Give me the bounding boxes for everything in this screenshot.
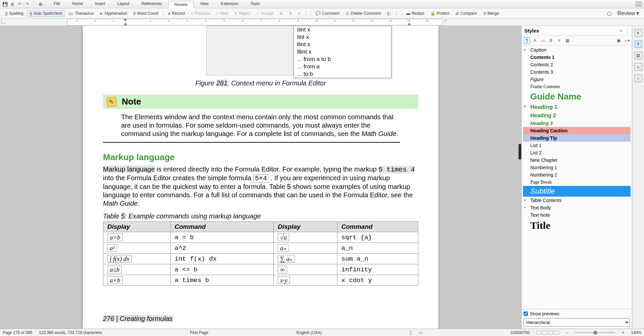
record-button[interactable]: ●Record	[166, 10, 187, 17]
protect-button[interactable]: 🔒Protect	[428, 10, 452, 17]
style-item[interactable]: ▸Table Contents	[523, 197, 631, 204]
style-filter-select[interactable]: Hierarchical	[524, 318, 630, 327]
overflow-icon[interactable]: ⋮	[394, 11, 399, 16]
style-item[interactable]: List 2	[523, 149, 631, 156]
redo-icon[interactable]: ↷	[24, 1, 30, 7]
reject-button[interactable]: ✕ Reject	[232, 10, 253, 17]
spelling-button[interactable]: A̲Spelling	[3, 10, 26, 17]
style-item[interactable]: New Chapter	[523, 156, 631, 164]
styles-panel-icon[interactable]: T	[635, 41, 642, 48]
comment-button[interactable]: 💬Comment	[313, 10, 342, 17]
word-count-button[interactable]: #Word Count	[131, 10, 161, 17]
reject-all-icon[interactable]: ⊗	[277, 10, 285, 17]
style-item[interactable]: Contents 3	[523, 68, 631, 76]
style-item[interactable]: Page Break	[523, 179, 631, 186]
menu-home[interactable]: Home	[66, 0, 89, 8]
accept-button[interactable]: ✓ Accept	[254, 10, 276, 17]
delete-comment-button[interactable]: 🗑Delete Comment	[343, 10, 383, 17]
style-item[interactable]: ▸Caption	[523, 46, 631, 54]
auto-spellcheck-button[interactable]: A̲Auto Spellcheck	[27, 10, 65, 17]
view-mode-icons[interactable]	[536, 331, 559, 335]
save-icon[interactable]: 💾	[2, 1, 8, 7]
panel-resize-handle[interactable]	[519, 144, 521, 159]
context-menu-item[interactable]: iiint x	[294, 26, 391, 33]
style-item[interactable]: Subtitle	[523, 186, 631, 197]
next-button[interactable]: > Next	[214, 10, 231, 17]
menu-view[interactable]: View	[194, 0, 215, 8]
page-panel-icon[interactable]: ▯	[635, 75, 642, 82]
menu-layout[interactable]: Layout	[111, 0, 135, 8]
horizontal-ruler[interactable]: 3211234567891011121314151617	[67, 19, 443, 25]
hyphenation-button[interactable]: a‑Hyphenation	[97, 10, 129, 17]
styles-list[interactable]: ▸CaptionContents 1Contents 2Contents 3Fi…	[522, 46, 632, 309]
frame-styles-tab[interactable]: ▭	[540, 37, 546, 44]
table-styles-tab[interactable]: ▦	[564, 37, 571, 44]
merge-button[interactable]: ⤲Merge	[481, 10, 501, 17]
review-circle-icon[interactable]: ◯	[605, 10, 614, 17]
style-item[interactable]: List 1	[523, 142, 631, 149]
accept-all-icon[interactable]: ⊕	[286, 10, 294, 17]
panel-menu-icon[interactable]: ⋮	[625, 28, 629, 33]
menu-tools[interactable]: Tools	[245, 0, 266, 8]
context-menu-item[interactable]: ... to b	[294, 70, 391, 78]
status-page[interactable]: Page 276 of 395	[3, 330, 32, 335]
status-selection-mode[interactable]: ▭	[419, 330, 422, 335]
zoom-value[interactable]: 140%	[631, 330, 641, 335]
properties-panel-icon[interactable]: 🗎	[635, 29, 642, 37]
navigator-panel-icon[interactable]: ◎	[635, 63, 642, 71]
hamburger-menu[interactable]	[635, 1, 642, 7]
status-page-style[interactable]: First Page	[190, 330, 209, 335]
style-item[interactable]: Heading Tip	[523, 134, 631, 142]
zoom-out-icon[interactable]: −	[566, 330, 568, 335]
context-menu-item[interactable]: lllint x	[294, 48, 391, 56]
previous-button[interactable]: < Previous	[189, 10, 213, 17]
style-item[interactable]: Contents 2	[523, 61, 631, 68]
style-item[interactable]: Numbering 2	[523, 171, 631, 179]
style-item[interactable]: Heading 3	[523, 120, 631, 127]
context-menu-item[interactable]: llint x	[294, 41, 391, 48]
menu-file[interactable]: File	[48, 0, 66, 8]
comment-nav-icon[interactable]: ◧	[385, 10, 393, 17]
status-words[interactable]: 122,360 words, 703,729 characters	[39, 330, 102, 335]
redact-button[interactable]: ▬Redact	[404, 10, 427, 17]
zoom-in-icon[interactable]: +	[622, 330, 624, 335]
context-menu-item[interactable]: ... from a to b	[294, 56, 391, 63]
style-item[interactable]: ▸Heading 1	[523, 103, 631, 112]
overflow-icon[interactable]: ⋮	[304, 11, 308, 16]
zoom-slider[interactable]	[575, 332, 615, 333]
status-language[interactable]: English (USA)	[297, 330, 322, 335]
filter-icon[interactable]: ▾	[296, 10, 303, 17]
style-item[interactable]: Frame Contents	[523, 83, 631, 90]
context-menu-item[interactable]: lint x	[294, 33, 391, 41]
menu-references[interactable]: References	[135, 0, 168, 8]
document-area[interactable]: iiint xlint xllint xlllint x... from a t…	[0, 26, 521, 329]
page-styles-tab[interactable]: 🗎	[548, 37, 554, 44]
status-insert-mode[interactable]: ⌶	[410, 330, 412, 335]
show-previews-checkbox[interactable]: Show previews	[524, 311, 630, 316]
style-item[interactable]: ▸Text Body	[523, 204, 631, 211]
close-panel-icon[interactable]: ✕	[619, 28, 623, 33]
style-item[interactable]: Text Note	[523, 211, 631, 219]
menu-insert[interactable]: Insert	[89, 0, 111, 8]
gallery-panel-icon[interactable]: 🖼	[635, 52, 642, 59]
style-item[interactable]: Heading 2	[523, 112, 631, 120]
list-styles-tab[interactable]: ≡	[556, 37, 562, 44]
style-item[interactable]: Heading Caution	[523, 127, 631, 134]
undo-icon[interactable]: ↶	[17, 1, 23, 7]
style-item[interactable]: Guide Name	[523, 90, 631, 103]
context-menu-item[interactable]: ... from a	[294, 63, 391, 70]
print-icon[interactable]: 🖶	[37, 1, 43, 7]
style-item[interactable]: Figure	[523, 76, 631, 83]
thesaurus-button[interactable]: 📖Thesaurus	[66, 10, 96, 17]
compare-button[interactable]: ⇄Compare	[453, 10, 479, 17]
menu-review[interactable]: Review	[168, 1, 194, 8]
style-item[interactable]: Title	[523, 219, 631, 232]
menu-extension[interactable]: Extension	[215, 0, 245, 8]
save-as-icon[interactable]: 🗎	[9, 1, 15, 7]
style-item[interactable]: Numbering 1	[523, 164, 631, 171]
paragraph-styles-tab[interactable]: ¶	[524, 37, 530, 44]
review-dropdown[interactable]: Review ▾	[615, 9, 641, 17]
character-styles-tab[interactable]: A	[532, 37, 538, 44]
new-style-icon[interactable]: ＋▾	[623, 37, 630, 44]
fill-format-icon[interactable]: ▣	[615, 37, 622, 44]
